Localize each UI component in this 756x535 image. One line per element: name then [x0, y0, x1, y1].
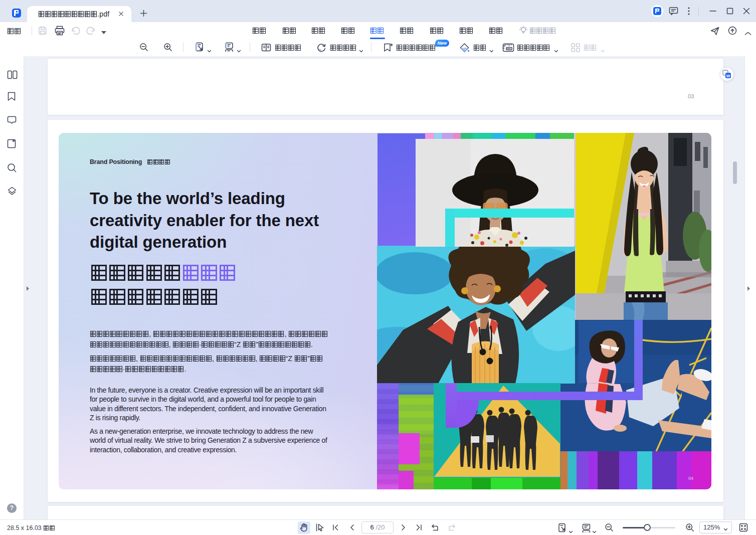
- svg-text:W: W: [726, 74, 730, 78]
